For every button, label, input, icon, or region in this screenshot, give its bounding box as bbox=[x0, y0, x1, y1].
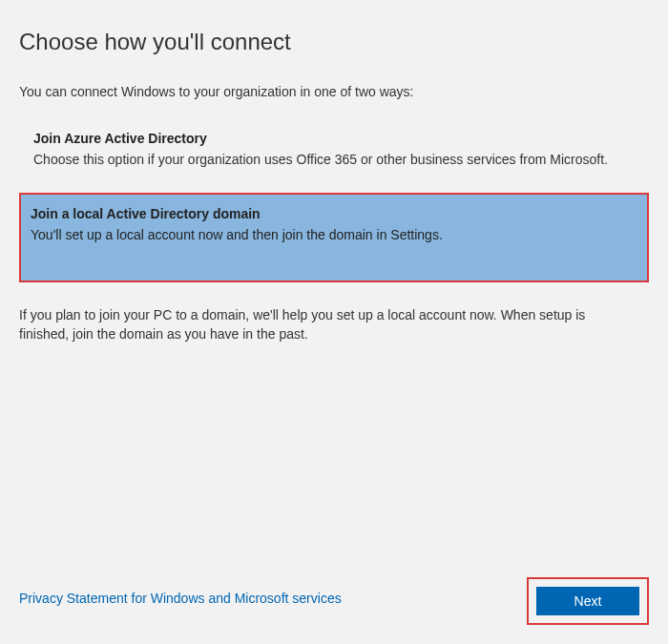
option-local-ad-domain[interactable]: Join a local Active Directory domain You… bbox=[19, 193, 649, 282]
privacy-link[interactable]: Privacy Statement for Windows and Micros… bbox=[19, 591, 342, 606]
option-azure-ad[interactable]: Join Azure Active Directory Choose this … bbox=[24, 123, 649, 178]
option-desc: Choose this option if your organization … bbox=[33, 152, 639, 167]
option-title: Join Azure Active Directory bbox=[33, 131, 639, 146]
next-button-highlight: Next bbox=[527, 577, 649, 625]
option-desc: You'll set up a local account now and th… bbox=[31, 227, 637, 242]
footer: Privacy Statement for Windows and Micros… bbox=[19, 590, 649, 625]
next-button[interactable]: Next bbox=[536, 587, 639, 615]
page-title: Choose how you'll connect bbox=[19, 29, 649, 55]
option-title: Join a local Active Directory domain bbox=[31, 206, 637, 221]
intro-text: You can connect Windows to your organiza… bbox=[19, 84, 649, 99]
domain-info-text: If you plan to join your PC to a domain,… bbox=[19, 306, 649, 343]
